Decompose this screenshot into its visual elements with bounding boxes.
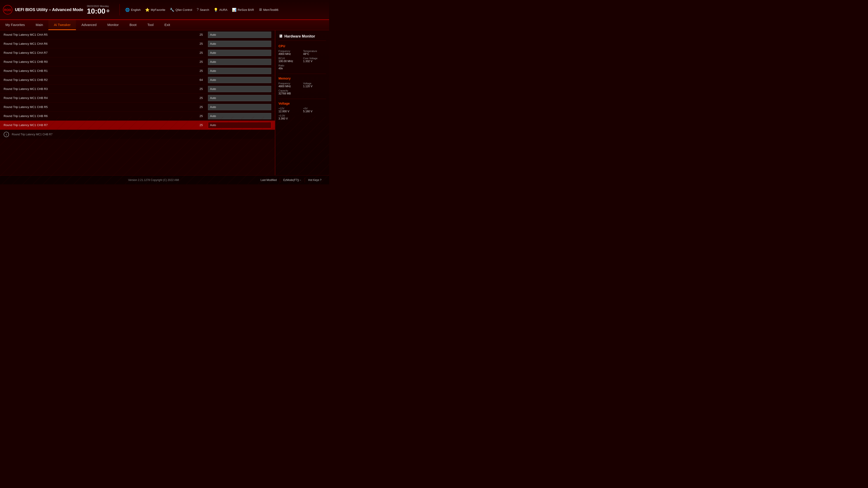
cpu-temperature-label: Temperature 48°C: [303, 50, 326, 56]
settings-table: Round Trip Latency MC1 CHA R5 25 Auto Ro…: [0, 30, 275, 130]
memory-capacity: Capacity 32768 MB: [278, 89, 301, 95]
table-row[interactable]: Round Trip Latency MC1 CHB R6 25 Auto: [0, 111, 275, 121]
footer: Version 2.21.1278 Copyright (C) 2022 AMI…: [0, 175, 329, 184]
dropdown-0[interactable]: Auto: [208, 32, 271, 38]
dropdown-9[interactable]: Auto: [208, 113, 271, 119]
cpu-section: CPU Frequency 4900 MHz Temperature 48°C …: [278, 44, 326, 70]
memory-section: Memory Frequency 4800 MHz Voltage 1.120 …: [278, 76, 326, 95]
dropdown-3[interactable]: Auto: [208, 59, 271, 65]
table-row[interactable]: Round Trip Latency MC1 CHB R4 25 Auto: [0, 94, 275, 103]
voltage-12v: +12V 12.000 V: [278, 107, 301, 113]
nav-bar: My Favorites Main Ai Tweaker Advanced Mo…: [0, 20, 329, 30]
nav-my-favorites[interactable]: My Favorites: [0, 20, 30, 30]
header: ROG UEFI BIOS Utility – Advanced Mode 08…: [0, 0, 329, 20]
asus-rog-logo: ROG: [3, 5, 13, 15]
dropdown-1[interactable]: Auto: [208, 41, 271, 47]
header-separator: [119, 4, 120, 15]
nav-main[interactable]: Main: [30, 20, 49, 30]
table-row[interactable]: Round Trip Latency MC1 CHA R6 25 Auto: [0, 39, 275, 48]
memory-section-title: Memory: [278, 76, 326, 80]
dropdown-2[interactable]: Auto: [208, 50, 271, 56]
table-row[interactable]: Round Trip Latency MC1 CHB R0 25 Auto: [0, 57, 275, 66]
content-area: Round Trip Latency MC1 CHA R5 25 Auto Ro…: [0, 30, 275, 175]
cpu-ratio: Ratio 49x: [278, 64, 301, 70]
table-row[interactable]: Round Trip Latency MC1 CHB R5 25 Auto: [0, 103, 275, 111]
dropdown-7[interactable]: Auto: [208, 95, 271, 101]
nav-tool[interactable]: Tool: [142, 20, 159, 30]
voltage-33v: +3.3V 3.360 V: [278, 114, 301, 120]
dropdown-5[interactable]: Auto: [208, 77, 271, 83]
qfan-tool-btn[interactable]: 🔧 Qfan Control: [170, 8, 192, 12]
voltage-section: Voltage +12V 12.000 V +5V 5.160 V +3.3V …: [278, 102, 326, 120]
nav-monitor[interactable]: Monitor: [102, 20, 124, 30]
cpu-frequency-label: Frequency 4900 MHz: [278, 50, 301, 56]
main-layout: Round Trip Latency MC1 CHA R5 25 Auto Ro…: [0, 30, 329, 175]
header-tools: 🌐 English ⭐ MyFavorite 🔧 Qfan Control ? …: [125, 8, 327, 12]
fan-icon: 🔧: [170, 8, 174, 12]
dropdown-10[interactable]: Auto: [208, 122, 271, 128]
cpu-bclk: BCLK 100.00 MHz: [278, 57, 301, 63]
hot-keys-btn[interactable]: Hot Keys ?: [305, 177, 324, 183]
datetime-area: 08/22/2022 Monday 10:00 ⚙: [87, 5, 114, 15]
footer-version: Version 2.21.1278 Copyright (C) 2022 AMI: [50, 178, 257, 182]
aura-icon: 💡: [214, 8, 218, 12]
last-modified-btn[interactable]: Last Modified: [257, 177, 280, 183]
table-row-selected[interactable]: Round Trip Latency MC1 CHB R7 25 Auto: [0, 121, 275, 130]
voltage-grid: +12V 12.000 V +5V 5.160 V +3.3V 3.360 V: [278, 107, 326, 120]
cpu-core-voltage: Core Voltage 1.332 V: [303, 57, 326, 63]
table-row[interactable]: Round Trip Latency MC1 CHB R1 25 Auto: [0, 66, 275, 75]
memory-voltage-divider: [278, 99, 326, 99]
globe-icon: 🌐: [125, 8, 130, 12]
dropdown-8[interactable]: Auto: [208, 104, 271, 110]
memory-grid: Frequency 4800 MHz Voltage 1.120 V Capac…: [278, 82, 326, 95]
resizebar-tool-btn[interactable]: 📊 ReSize BAR: [232, 8, 254, 12]
info-text: Round Trip Latency MC1 CHB R7: [12, 133, 53, 136]
voltage-section-title: Voltage: [278, 102, 326, 105]
table-row[interactable]: Round Trip Latency MC1 CHA R7 25 Auto: [0, 48, 275, 57]
english-tool-btn[interactable]: 🌐 English: [125, 8, 141, 12]
dropdown-4[interactable]: Auto: [208, 68, 271, 74]
time-display: 10:00 ⚙: [87, 7, 110, 15]
myfavorite-tool-btn[interactable]: ⭐ MyFavorite: [145, 8, 165, 12]
cpu-section-title: CPU: [278, 44, 326, 48]
voltage-5v: +5V 5.160 V: [303, 107, 326, 113]
logo-area: ROG UEFI BIOS Utility – Advanced Mode: [3, 5, 83, 15]
nav-ai-tweaker[interactable]: Ai Tweaker: [49, 20, 76, 30]
hardware-monitor-panel: 🖥 Hardware Monitor CPU Frequency 4900 MH…: [275, 30, 329, 175]
hardware-monitor-title: 🖥 Hardware Monitor: [278, 34, 326, 41]
memtest-tool-btn[interactable]: 🖥 MemTest86: [258, 8, 278, 12]
info-bar: i Round Trip Latency MC1 CHB R7: [0, 130, 275, 139]
monitor-icon: 🖥: [278, 34, 283, 39]
table-row[interactable]: Round Trip Latency MC1 CHB R3 25 Auto: [0, 85, 275, 94]
ez-mode-btn[interactable]: EzMode(F7)|→: [280, 177, 305, 183]
nav-boot[interactable]: Boot: [124, 20, 142, 30]
aura-tool-btn[interactable]: 💡 AURA: [214, 8, 227, 12]
nav-advanced[interactable]: Advanced: [76, 20, 102, 30]
nav-exit[interactable]: Exit: [159, 20, 176, 30]
search-tool-btn[interactable]: ? Search: [197, 8, 209, 12]
memory-voltage: Voltage 1.120 V: [303, 82, 326, 88]
star-icon: ⭐: [145, 8, 150, 12]
search-icon: ?: [197, 8, 199, 12]
dropdown-6[interactable]: Auto: [208, 86, 271, 92]
svg-text:ROG: ROG: [4, 8, 11, 12]
memtest-icon: 🖥: [258, 8, 262, 12]
memory-frequency: Frequency 4800 MHz: [278, 82, 301, 88]
info-icon: i: [4, 132, 9, 137]
table-row[interactable]: Round Trip Latency MC1 CHA R5 25 Auto: [0, 30, 275, 39]
resizebar-icon: 📊: [232, 8, 237, 12]
cpu-grid: Frequency 4900 MHz Temperature 48°C BCLK…: [278, 50, 326, 70]
gear-icon[interactable]: ⚙: [106, 9, 110, 13]
table-row[interactable]: Round Trip Latency MC1 CHB R2 64 Auto: [0, 75, 275, 85]
footer-buttons: Last Modified EzMode(F7)|→ Hot Keys ?: [257, 177, 324, 183]
bios-title: UEFI BIOS Utility – Advanced Mode: [15, 7, 83, 12]
